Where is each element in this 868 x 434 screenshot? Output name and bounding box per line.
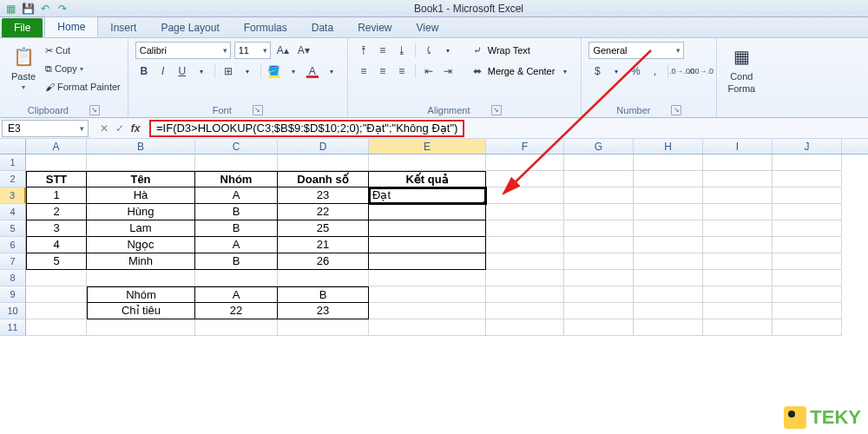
hdr-stt[interactable]: STT bbox=[26, 171, 87, 187]
redo-icon[interactable]: ↷ bbox=[56, 2, 69, 16]
underline-button[interactable]: U bbox=[174, 62, 191, 80]
increase-font-icon[interactable]: A▴ bbox=[274, 42, 292, 59]
hdr-doanhso[interactable]: Doanh số bbox=[278, 171, 369, 187]
cell-C4[interactable]: B bbox=[195, 204, 278, 220]
comma-icon[interactable]: , bbox=[646, 62, 663, 80]
cell-C7[interactable]: B bbox=[195, 253, 278, 270]
hdr-nhom[interactable]: Nhóm bbox=[195, 171, 278, 187]
cell-D9[interactable]: B bbox=[278, 286, 369, 303]
cell-A5[interactable]: 3 bbox=[26, 220, 87, 237]
number-launcher[interactable]: ↘ bbox=[671, 105, 681, 115]
orientation-icon[interactable]: ⤹ bbox=[420, 42, 437, 59]
wrap-text-button[interactable]: Wrap Text bbox=[488, 42, 530, 59]
cell-B5[interactable]: Lam bbox=[87, 220, 195, 237]
decrease-decimal-icon[interactable]: .00→.0 bbox=[692, 62, 709, 80]
tab-formulas[interactable]: Formulas bbox=[232, 18, 299, 37]
row-10[interactable]: 10 bbox=[0, 303, 26, 319]
number-format-combo[interactable]: General bbox=[589, 42, 684, 59]
align-top-icon[interactable]: ⭱ bbox=[355, 42, 372, 59]
cell-B3[interactable]: Hà bbox=[87, 187, 195, 204]
col-B[interactable]: B bbox=[87, 139, 195, 154]
fx-icon[interactable]: fx bbox=[128, 122, 142, 135]
row-6[interactable]: 6 bbox=[0, 237, 26, 253]
col-H[interactable]: H bbox=[634, 139, 703, 154]
align-center-icon[interactable]: ≡ bbox=[374, 62, 391, 80]
copy-button[interactable]: ⧉Copy▾ bbox=[45, 60, 121, 77]
clipboard-launcher[interactable]: ↘ bbox=[89, 105, 100, 115]
row-3[interactable]: 3 bbox=[0, 187, 26, 204]
cell-C6[interactable]: A bbox=[195, 237, 278, 253]
font-family-combo[interactable]: Calibri bbox=[135, 42, 231, 59]
enter-formula-icon[interactable]: ✓ bbox=[113, 122, 127, 135]
cell-C5[interactable]: B bbox=[195, 220, 278, 237]
paste-button[interactable]: 📋 Paste ▾ bbox=[7, 42, 40, 93]
hdr-ten[interactable]: Tên bbox=[87, 171, 195, 187]
fill-color-button[interactable]: 🪣 bbox=[266, 62, 283, 80]
row-1[interactable]: 1 bbox=[0, 155, 26, 171]
cell-E4[interactable] bbox=[369, 204, 486, 220]
col-J[interactable]: J bbox=[773, 139, 842, 154]
bold-button[interactable]: B bbox=[135, 62, 153, 80]
cell-E3[interactable]: Đạt bbox=[369, 187, 486, 204]
cell-A4[interactable]: 2 bbox=[26, 204, 87, 220]
indent-increase-icon[interactable]: ⇥ bbox=[439, 62, 457, 80]
tab-page-layout[interactable]: Page Layout bbox=[148, 18, 231, 37]
row-7[interactable]: 7 bbox=[0, 253, 26, 270]
cell-A3[interactable]: 1 bbox=[26, 187, 87, 204]
italic-button[interactable]: I bbox=[155, 62, 172, 80]
cell-D7[interactable]: 26 bbox=[278, 253, 369, 270]
undo-icon[interactable]: ↶ bbox=[38, 2, 52, 16]
name-box[interactable]: E3 bbox=[2, 120, 89, 137]
tab-view[interactable]: View bbox=[404, 18, 451, 37]
row-5[interactable]: 5 bbox=[0, 220, 26, 237]
tab-insert[interactable]: Insert bbox=[98, 18, 148, 37]
row-2[interactable]: 2 bbox=[0, 171, 26, 187]
merge-center-button[interactable]: Merge & Center bbox=[488, 62, 556, 80]
conditional-formatting-button[interactable]: ▦ Cond Forma bbox=[724, 42, 759, 95]
align-middle-icon[interactable]: ≡ bbox=[374, 42, 391, 59]
cell-D4[interactable]: 22 bbox=[278, 204, 369, 220]
row-8[interactable]: 8 bbox=[0, 270, 26, 286]
cell-B6[interactable]: Ngọc bbox=[87, 237, 195, 253]
currency-icon[interactable]: $ bbox=[589, 62, 606, 80]
percent-icon[interactable]: % bbox=[627, 62, 644, 80]
col-A[interactable]: A bbox=[26, 139, 87, 154]
tab-data[interactable]: Data bbox=[299, 18, 345, 37]
align-left-icon[interactable]: ≡ bbox=[355, 62, 372, 80]
save-icon[interactable]: 💾 bbox=[21, 2, 35, 16]
font-launcher[interactable]: ↘ bbox=[253, 105, 263, 115]
align-bottom-icon[interactable]: ⭳ bbox=[393, 42, 411, 59]
format-painter-button[interactable]: 🖌Format Painter bbox=[45, 78, 121, 95]
cell-D10[interactable]: 23 bbox=[278, 303, 369, 319]
cell-D3[interactable]: 23 bbox=[278, 187, 369, 204]
cell-E7[interactable] bbox=[369, 253, 486, 270]
formula-bar[interactable]: =IF(D3>HLOOKUP(C3;$B$9:$D$10;2;0);"Đạt";… bbox=[149, 120, 464, 137]
tab-review[interactable]: Review bbox=[345, 18, 404, 37]
hdr-ketqua[interactable]: Kết quả bbox=[369, 171, 486, 187]
alignment-launcher[interactable]: ↘ bbox=[491, 105, 502, 115]
indent-decrease-icon[interactable]: ⇤ bbox=[420, 62, 437, 80]
font-size-combo[interactable]: 11 bbox=[234, 42, 271, 59]
font-color-button[interactable]: A bbox=[304, 62, 321, 80]
col-G[interactable]: G bbox=[564, 139, 634, 154]
border-button[interactable]: ⊞ bbox=[220, 62, 237, 80]
tab-file[interactable]: File bbox=[2, 18, 43, 37]
cell-B10[interactable]: Chỉ tiêu bbox=[87, 303, 195, 319]
tab-home[interactable]: Home bbox=[44, 16, 98, 37]
row-4[interactable]: 4 bbox=[0, 204, 26, 220]
col-I[interactable]: I bbox=[703, 139, 773, 154]
cell-A6[interactable]: 4 bbox=[26, 237, 87, 253]
decrease-font-icon[interactable]: A▾ bbox=[295, 42, 312, 59]
cell-B4[interactable]: Hùng bbox=[87, 204, 195, 220]
row-11[interactable]: 11 bbox=[0, 319, 26, 336]
col-E[interactable]: E bbox=[369, 139, 486, 154]
cancel-formula-icon[interactable]: ✕ bbox=[97, 122, 111, 135]
col-C[interactable]: C bbox=[195, 139, 278, 154]
col-F[interactable]: F bbox=[486, 139, 564, 154]
cell-D5[interactable]: 25 bbox=[278, 220, 369, 237]
cell-D6[interactable]: 21 bbox=[278, 237, 369, 253]
col-D[interactable]: D bbox=[278, 139, 369, 154]
cell-C10[interactable]: 22 bbox=[195, 303, 278, 319]
cell-B9[interactable]: Nhóm bbox=[87, 286, 195, 303]
cut-button[interactable]: ✂Cut bbox=[45, 42, 121, 59]
